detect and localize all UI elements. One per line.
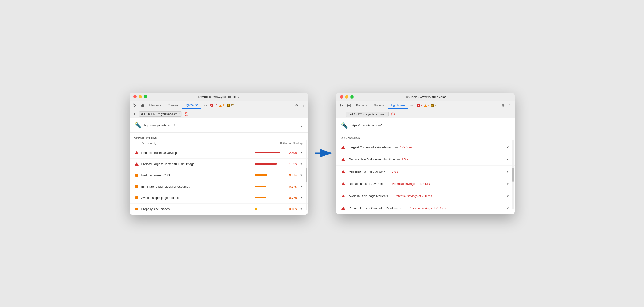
diag-row5-label: Avoid multiple page redirects — Potentia… [349, 194, 502, 198]
diag-row1-value: 6,640 ms [400, 145, 412, 149]
minimize-button[interactable] [138, 95, 142, 98]
orange-square-icon [135, 174, 138, 177]
right-tab-bar: Elements Sources Lighthouse >> ✕ 8 ! 7 🔔… [336, 101, 515, 110]
right-close-button[interactable] [340, 95, 343, 98]
right-error-badge: ✕ 8 [417, 104, 422, 107]
diag-row2-chevron[interactable]: ∨ [506, 157, 510, 162]
right-more-options-button[interactable]: ⋮ [507, 102, 513, 109]
more-vert-button[interactable]: ⋮ [300, 123, 303, 127]
row5-icon [134, 196, 139, 199]
row1-icon [134, 151, 139, 154]
diag-row-1: Largest Contentful Paint element — 6,640… [336, 141, 515, 153]
row5-chevron[interactable]: ∨ [299, 196, 303, 200]
error-badge: ✕ 10 [210, 104, 217, 107]
diag-row1-label: Largest Contentful Paint element — 6,640… [349, 145, 502, 149]
row1-chevron[interactable]: ∨ [299, 151, 303, 155]
right-inspect-icon-btn[interactable] [346, 103, 352, 108]
diag-row-3: Minimize main-thread work — 2.6 s ∨ [336, 166, 515, 178]
tab-lighthouse[interactable]: Lighthouse [182, 102, 201, 109]
row3-bar [254, 175, 268, 176]
right-devtools-window: DevTools - www.youtube.com/ Elements Sou… [336, 93, 515, 214]
row2-chevron[interactable]: ∨ [299, 162, 303, 166]
close-button[interactable] [133, 95, 137, 98]
url-pill[interactable]: 3:47:46 PM - m.youtube.com ▾ [139, 111, 182, 117]
diag-row2-value: 1.5 s [402, 158, 408, 161]
right-more-vert-button[interactable]: ⋮ [506, 123, 510, 128]
col-opportunity: Opportunity [142, 142, 156, 145]
svg-rect-1 [142, 104, 144, 105]
right-tab-sources[interactable]: Sources [372, 102, 388, 109]
row6-chevron[interactable]: ∨ [299, 207, 303, 211]
diag-row1-chevron[interactable]: ∨ [506, 145, 510, 149]
diag-row3-dash: — [387, 170, 390, 173]
right-badge-group: ✕ 8 ! 7 🔔 10 [417, 104, 438, 107]
right-content: 🔦 https://m.youtube.com/ ⋮ DIAGNOSTICS L… [336, 118, 515, 214]
left-content: 🔦 https://m.youtube.com/ ⋮ OPPORTUNITIES… [130, 118, 308, 215]
svg-rect-8 [348, 104, 349, 105]
maximize-button[interactable] [144, 95, 147, 98]
row5-label: Avoid multiple page redirects [141, 196, 252, 200]
info-icon: 🔔 [227, 104, 230, 107]
opp-row-1: Reduce unused JavaScript 2.59s ∨ [130, 147, 308, 159]
right-cursor-icon-btn[interactable] [338, 103, 345, 108]
row4-bar [254, 186, 266, 187]
right-window-title: DevTools - www.youtube.com/ [405, 95, 446, 99]
diag-row6-label: Preload Largest Contentful Paint image —… [349, 206, 502, 210]
more-options-button[interactable]: ⋮ [300, 102, 306, 108]
diag-row3-label: Minimize main-thread work — 2.6 s [349, 170, 502, 173]
right-lh-url: https://m.youtube.com/ [351, 124, 503, 127]
tab-more-button[interactable]: >> [202, 103, 208, 108]
row3-chevron[interactable]: ∨ [299, 173, 303, 178]
diag-row5-chevron[interactable]: ∨ [506, 194, 510, 198]
row4-bar-container [254, 186, 283, 187]
svg-rect-10 [348, 105, 349, 107]
row6-icon [134, 208, 139, 210]
orange-square-icon-2 [135, 185, 138, 188]
dropdown-arrow[interactable]: ▾ [179, 113, 180, 115]
row3-time: 0.81s [285, 174, 297, 177]
settings-button[interactable]: ⚙ [294, 102, 299, 108]
diag-row4-chevron[interactable]: ∨ [506, 182, 510, 186]
svg-rect-3 [142, 105, 144, 107]
right-minimize-button[interactable] [345, 95, 348, 98]
scrollbar[interactable] [306, 140, 307, 210]
right-settings-button[interactable]: ⚙ [500, 102, 506, 109]
diag-row6-value: Potential savings of 750 ms [409, 206, 446, 210]
row4-icon [134, 185, 139, 188]
diag-row6-chevron[interactable]: ∨ [506, 206, 510, 210]
right-scrollbar[interactable] [512, 140, 514, 210]
diag-red-triangle-4 [341, 182, 345, 185]
right-address-bar: + 3:44:37 PM - m.youtube.com ▾ 🚫 [336, 110, 515, 118]
right-block-icon: 🚫 [391, 112, 395, 116]
diag-row3-chevron[interactable]: ∨ [506, 169, 510, 174]
right-maximize-button[interactable] [350, 95, 354, 98]
opp-row-6: Properly size images 0.16s ∨ [130, 204, 308, 215]
diag-row5-icon [341, 194, 346, 198]
row6-bar [254, 208, 257, 210]
lh-header: 🔦 https://m.youtube.com/ ⋮ [130, 118, 308, 132]
add-button[interactable]: + [132, 112, 137, 116]
right-tab-elements[interactable]: Elements [353, 102, 370, 109]
diag-row4-value: Potential savings of 424 KiB [392, 182, 430, 186]
right-add-button[interactable]: + [339, 112, 344, 116]
address-text: 3:47:46 PM - m.youtube.com [141, 112, 177, 116]
opp-row-2: Preload Largest Contentful Paint image 1… [130, 159, 308, 170]
block-icon: 🚫 [184, 112, 188, 116]
tab-elements[interactable]: Elements [146, 102, 164, 108]
blue-arrow-container [315, 148, 334, 159]
cursor-icon-btn[interactable] [132, 102, 138, 108]
section-header-diagnostics: DIAGNOSTICS [336, 133, 515, 141]
row6-label: Properly size images [141, 207, 252, 211]
row4-chevron[interactable]: ∨ [299, 184, 303, 189]
right-url-pill[interactable]: 3:44:37 PM - m.youtube.com ▾ [346, 112, 388, 117]
right-dropdown-arrow[interactable]: ▾ [385, 113, 386, 115]
right-tab-more-button[interactable]: >> [408, 103, 415, 108]
row1-time: 2.59s [285, 151, 297, 155]
inspect-icon-btn[interactable] [139, 102, 146, 108]
warning-badge: ! 24 [218, 104, 226, 107]
row2-bar [254, 163, 277, 165]
tab-console[interactable]: Console [165, 102, 181, 108]
right-lh-header: 🔦 https://m.youtube.com/ ⋮ [336, 118, 515, 133]
right-tab-lighthouse[interactable]: Lighthouse [388, 102, 408, 109]
right-address-text: 3:44:37 PM - m.youtube.com [348, 113, 384, 116]
